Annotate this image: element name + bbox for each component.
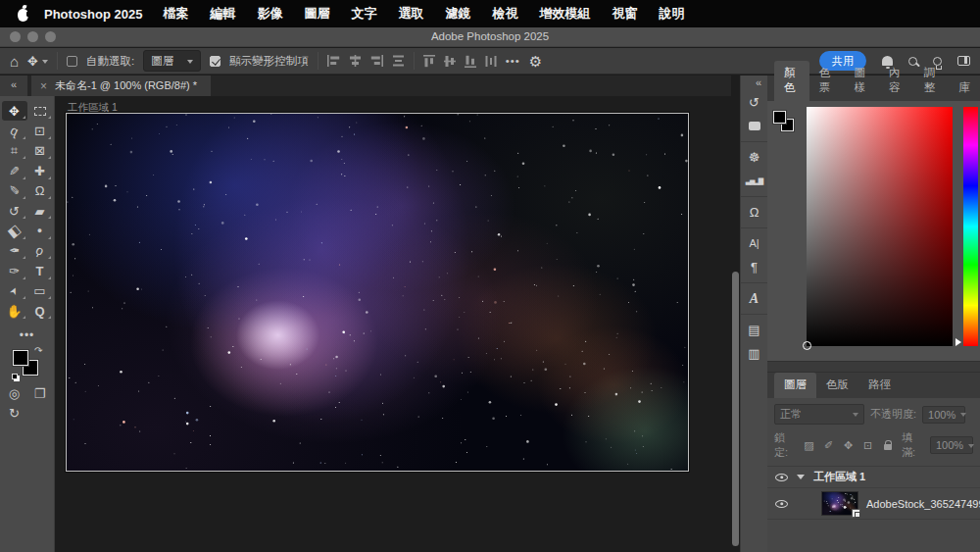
- workspace-switcher-icon[interactable]: [957, 56, 970, 66]
- distribute-vertical-icon[interactable]: [392, 55, 405, 67]
- path-selection-tool[interactable]: ➤: [2, 281, 27, 301]
- foreground-color-swatch[interactable]: [13, 350, 28, 366]
- annotations-panel-icon[interactable]: ▥: [741, 341, 767, 365]
- histogram-panel-icon[interactable]: ▃▅▂▇: [741, 169, 767, 192]
- hue-slider[interactable]: [963, 107, 978, 346]
- app-menu[interactable]: Photoshop 2025: [44, 7, 142, 22]
- show-transform-checkbox[interactable]: [210, 56, 220, 67]
- edit-toolbar-icon[interactable]: •••: [0, 328, 54, 342]
- rectangular-marquee-tool[interactable]: [27, 101, 53, 121]
- lock-transparency-icon[interactable]: ▨: [803, 439, 815, 452]
- menu-item[interactable]: 編輯: [199, 5, 246, 23]
- swap-colors-icon[interactable]: ↷: [34, 345, 42, 356]
- distribute-horizontal-icon[interactable]: [485, 55, 497, 68]
- crop-tool[interactable]: ⌗: [2, 141, 27, 161]
- more-options-icon[interactable]: •••: [506, 55, 520, 67]
- paint-bucket-tool[interactable]: ◧: [2, 221, 27, 240]
- pen-tool[interactable]: ✑: [2, 261, 27, 280]
- menu-item[interactable]: 檔案: [152, 5, 199, 23]
- layer-row-artboard[interactable]: 工作區域 1: [767, 467, 980, 488]
- chevron-down-icon[interactable]: [42, 60, 48, 67]
- expand-chevron-icon[interactable]: [797, 475, 805, 483]
- layers-panel-tab[interactable]: 路徑: [858, 373, 901, 398]
- screen-mode-icon[interactable]: ❐: [27, 383, 53, 403]
- clone-source-panel-icon[interactable]: Ω: [741, 196, 767, 224]
- toolbar-collapse-icon[interactable]: «: [0, 75, 27, 96]
- menu-item[interactable]: 圖層: [293, 5, 340, 23]
- rectangle-tool[interactable]: ▭: [27, 281, 53, 301]
- dock-collapse-icon[interactable]: «: [741, 75, 767, 90]
- frame-tool[interactable]: ⊠: [27, 141, 53, 161]
- menu-item[interactable]: 檢視: [481, 5, 528, 23]
- history-panel-icon[interactable]: ↺: [741, 90, 767, 114]
- hand-tool[interactable]: ✋: [2, 301, 27, 321]
- menu-item[interactable]: 影像: [246, 5, 293, 23]
- artboard-name[interactable]: 工作區域 1: [813, 470, 865, 484]
- apple-menu-icon[interactable]: [18, 9, 28, 22]
- align-bottom-icon[interactable]: [465, 55, 476, 68]
- canvas-pasteboard[interactable]: 工作區域 1: [56, 96, 731, 552]
- vertical-scrollbar[interactable]: [732, 75, 740, 552]
- zoom-tool[interactable]: Q: [27, 301, 53, 321]
- type-tool[interactable]: T: [27, 261, 53, 280]
- panel-color-swatches[interactable]: [773, 109, 799, 134]
- menu-item[interactable]: 文字: [340, 5, 387, 23]
- layer-thumbnail[interactable]: [822, 492, 858, 515]
- glyphs-panel-icon[interactable]: A: [741, 282, 767, 310]
- color-panel-tab[interactable]: 色票: [809, 61, 845, 101]
- lock-artboard-icon[interactable]: ⊡: [861, 439, 874, 452]
- clone-stamp-tool[interactable]: Ω: [27, 181, 53, 201]
- mixer-brush-tool[interactable]: ✒: [2, 241, 27, 261]
- blur-tool[interactable]: ●: [27, 221, 53, 240]
- lasso-tool[interactable]: ɋ: [2, 121, 27, 140]
- nebula-image[interactable]: [67, 114, 688, 471]
- layers-panel-tab[interactable]: 圖層: [774, 373, 816, 398]
- color-panel-tab[interactable]: 內容: [879, 61, 914, 101]
- align-right-icon[interactable]: [370, 55, 383, 67]
- blend-mode-dropdown[interactable]: 正常: [774, 404, 864, 425]
- notes-panel-icon[interactable]: ▤: [741, 314, 767, 341]
- color-field-cursor[interactable]: [803, 341, 811, 350]
- move-tool[interactable]: ✥: [2, 101, 27, 121]
- quick-mask-icon[interactable]: ◎: [2, 383, 27, 403]
- hue-slider-marker[interactable]: [956, 338, 965, 346]
- history-brush-tool[interactable]: ↺: [2, 201, 27, 221]
- color-panel-tab[interactable]: 調整: [914, 61, 950, 101]
- auto-select-checkbox[interactable]: [67, 56, 77, 67]
- artboard[interactable]: [67, 114, 688, 471]
- menu-item[interactable]: 說明: [648, 5, 695, 23]
- layers-panel-tab[interactable]: 色版: [816, 373, 858, 398]
- comments-panel-icon[interactable]: [741, 114, 767, 137]
- visibility-eye-icon[interactable]: [775, 500, 788, 508]
- rotate-view-icon[interactable]: ↻: [2, 404, 27, 424]
- saturation-brightness-field[interactable]: [807, 107, 953, 346]
- lock-position-icon[interactable]: ✥: [842, 439, 855, 452]
- scrollbar-thumb[interactable]: [732, 272, 739, 546]
- menu-item[interactable]: 選取: [387, 5, 434, 23]
- character-panel-icon[interactable]: A|: [741, 227, 767, 255]
- layer-row-smart-object[interactable]: AdobeStock_365247499: [767, 488, 980, 520]
- auto-select-target-dropdown[interactable]: 圖層: [143, 50, 201, 72]
- brush-tool[interactable]: ✐: [2, 181, 27, 201]
- menu-item[interactable]: 增效模組: [528, 5, 601, 23]
- paragraph-panel-icon[interactable]: ¶: [741, 255, 767, 278]
- menu-item[interactable]: 濾鏡: [434, 5, 481, 23]
- default-colors-icon[interactable]: [12, 374, 18, 379]
- document-tab[interactable]: × 未命名-1 @ 100% (RGB/8#) *: [31, 75, 211, 96]
- foreground-color-swatch[interactable]: [773, 111, 786, 124]
- layer-name[interactable]: AdobeStock_365247499: [866, 498, 980, 510]
- color-panel-tab[interactable]: 圖樣: [844, 61, 879, 101]
- lock-all-icon[interactable]: [881, 439, 894, 452]
- home-icon[interactable]: ⌂: [10, 54, 19, 69]
- eyedropper-tool[interactable]: ✎: [2, 161, 27, 180]
- align-center-vertical-icon[interactable]: [444, 55, 456, 68]
- fill-value-dropdown[interactable]: 100%: [930, 436, 973, 454]
- dodge-tool[interactable]: ϙ: [27, 241, 53, 261]
- color-panel-tab[interactable]: 庫: [950, 75, 980, 101]
- adjustments-panel-icon[interactable]: ☸: [741, 141, 767, 169]
- gear-icon[interactable]: ⚙: [529, 54, 542, 69]
- menu-item[interactable]: 視窗: [601, 5, 648, 23]
- align-center-horizontal-icon[interactable]: [349, 55, 362, 67]
- spot-healing-brush-tool[interactable]: ✚: [27, 161, 53, 180]
- align-left-icon[interactable]: [327, 55, 340, 67]
